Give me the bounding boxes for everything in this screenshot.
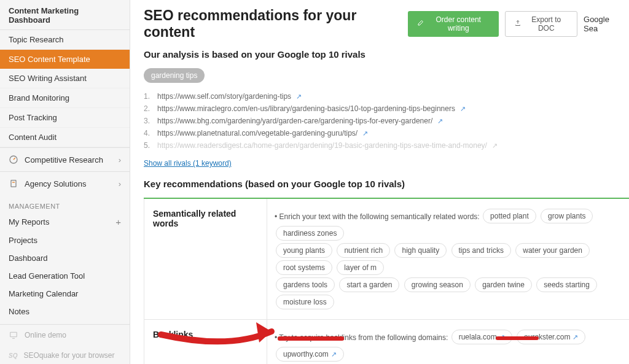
- section-label: Competitive Research: [25, 155, 103, 165]
- external-link-icon: ↗: [331, 350, 337, 358]
- word-pill[interactable]: young plants: [276, 243, 332, 258]
- word-pill[interactable]: tips and tricks: [451, 243, 511, 258]
- word-pill[interactable]: high quality: [394, 243, 447, 258]
- word-pill[interactable]: moisture loss: [276, 295, 334, 309]
- promo-label: Online demo: [25, 331, 66, 339]
- edit-icon: [416, 20, 424, 29]
- plus-icon[interactable]: +: [115, 217, 121, 227]
- button-label: Export to DOC: [525, 15, 569, 33]
- order-content-button[interactable]: Order content writing: [408, 11, 499, 37]
- topbar: SEO recommendations for your content Ord…: [144, 7, 629, 41]
- show-all-rivals-link[interactable]: Show all rivals (1 keyword): [144, 159, 232, 168]
- sq-icon: SQ: [9, 352, 17, 359]
- recommendations-table: Semantically related words Enrich your t…: [144, 198, 629, 364]
- main-content: SEO recommendations for your content Ord…: [130, 0, 629, 364]
- word-pill[interactable]: water your garden: [515, 243, 590, 258]
- nav-label: SEO Writing Assistant: [9, 74, 87, 83]
- mgmt-dashboard[interactable]: Dashboard: [0, 249, 130, 267]
- word-pill[interactable]: seeds starting: [536, 277, 597, 292]
- nav-label: Content Audit: [9, 133, 57, 142]
- domain-pill[interactable]: eurekster.com↗: [517, 330, 585, 344]
- svg-rect-1: [11, 180, 16, 187]
- rival-link[interactable]: https://www.readersdigest.ca/home-garden…: [144, 139, 629, 152]
- word-pill[interactable]: hardiness zones: [276, 226, 344, 241]
- rival-link[interactable]: https://www.planetnatural.com/vegetable-…: [144, 127, 629, 139]
- sidebar-dashboard-title[interactable]: Content Marketing Dashboard: [0, 0, 130, 30]
- mgmt-lead-generation[interactable]: Lead Generation Tool: [0, 267, 130, 285]
- rival-url: https://www.readersdigest.ca/home-garden…: [157, 141, 487, 150]
- mgmt-label: Lead Generation Tool: [9, 271, 85, 281]
- external-link-icon: ↗: [460, 105, 466, 113]
- word-pill[interactable]: gardens tools: [276, 277, 335, 292]
- export-doc-button[interactable]: Export to DOC: [505, 11, 578, 37]
- chevron-right-icon: ›: [119, 179, 121, 188]
- word-pill[interactable]: start a garden: [339, 277, 399, 292]
- word-pill[interactable]: growing season: [404, 277, 471, 292]
- mgmt-label: Dashboard: [9, 254, 48, 263]
- nav-content-audit[interactable]: Content Audit: [0, 128, 130, 147]
- sidebar: Content Marketing Dashboard Topic Resear…: [0, 0, 130, 364]
- nav-label: Post Tracking: [9, 113, 57, 122]
- rivals-list: https://www.self.com/story/gardening-tip…: [144, 90, 629, 152]
- reco-row-semantic: Semantically related words Enrich your t…: [144, 199, 629, 320]
- section-agency-solutions[interactable]: Agency Solutions ›: [0, 171, 130, 195]
- mgmt-notes[interactable]: Notes: [0, 303, 130, 320]
- reco-row-backlinks: Backlinks Try to acquire backlinks from …: [144, 320, 629, 364]
- rival-url: https://www.bhg.com/gardening/yard/garde…: [157, 117, 432, 125]
- nav-label: Topic Research: [9, 35, 64, 44]
- rival-url: https://www.planetnatural.com/vegetable-…: [157, 129, 357, 137]
- mgmt-label: Notes: [9, 307, 29, 316]
- mgmt-marketing-calendar[interactable]: Marketing Calendar: [0, 285, 130, 303]
- svg-rect-3: [10, 332, 17, 336]
- external-link-icon: ↗: [499, 333, 505, 341]
- search-engine-label[interactable]: Google Sea: [584, 15, 629, 33]
- external-link-icon: ↗: [492, 142, 498, 150]
- pill-label: ruelala.com: [459, 333, 497, 341]
- nav-label: Brand Monitoring: [9, 93, 69, 103]
- promo-online-demo[interactable]: Online demo: [0, 325, 130, 346]
- external-link-icon: ↗: [296, 93, 302, 101]
- nav-post-tracking[interactable]: Post Tracking: [0, 108, 130, 128]
- word-pill[interactable]: garden twine: [475, 277, 532, 292]
- keyword-pill[interactable]: gardening tips: [144, 68, 205, 83]
- mgmt-label: Marketing Calendar: [9, 289, 78, 298]
- word-pill[interactable]: nutrient rich: [337, 243, 390, 258]
- section-competitive-research[interactable]: Competitive Research ›: [0, 147, 130, 171]
- reco-content-backlinks: Try to acquire backlinks from the follow…: [267, 320, 629, 364]
- analysis-subtitle: Our analysis is based on your Google top…: [144, 49, 629, 60]
- rival-link[interactable]: https://www.miraclegro.com/en-us/library…: [144, 103, 629, 115]
- rival-url: https://www.miraclegro.com/en-us/library…: [157, 104, 455, 113]
- word-pill[interactable]: grow plants: [541, 209, 593, 223]
- nav-topic-research[interactable]: Topic Research: [0, 30, 130, 50]
- promo-label: SEOquake for your browser: [23, 351, 114, 360]
- word-pill[interactable]: layer of m: [337, 260, 384, 275]
- promo-seoquake[interactable]: SQ SEOquake for your browser: [0, 346, 130, 364]
- export-icon: [514, 20, 522, 29]
- domain-pill[interactable]: upworthy.com↗: [276, 347, 344, 362]
- management-heading: MANAGEMENT: [0, 195, 130, 212]
- page-title: SEO recommendations for your content: [144, 7, 393, 41]
- reco-content-semantic: Enrich your text with the following sema…: [267, 199, 629, 319]
- reco-desc: Try to acquire backlinks from the follow…: [275, 333, 448, 342]
- recommendations-heading: Key recommendations (based on your Googl…: [144, 179, 629, 189]
- rival-link[interactable]: https://www.self.com/story/gardening-tip…: [144, 90, 629, 103]
- mgmt-label: My Reports: [9, 217, 49, 227]
- document-icon: [9, 179, 18, 188]
- nav-seo-writing-assistant[interactable]: SEO Writing Assistant: [0, 69, 130, 88]
- rival-link[interactable]: https://www.bhg.com/gardening/yard/garde…: [144, 115, 629, 127]
- mgmt-projects[interactable]: Projects: [0, 231, 130, 249]
- reco-label-semantic: Semantically related words: [144, 199, 267, 319]
- pill-label: upworthy.com: [283, 350, 329, 358]
- external-link-icon: ↗: [437, 117, 443, 125]
- word-pill[interactable]: root systems: [276, 260, 332, 275]
- chevron-right-icon: ›: [119, 155, 121, 165]
- nav-brand-monitoring[interactable]: Brand Monitoring: [0, 88, 130, 108]
- reco-desc: Enrich your text with the following sema…: [275, 212, 480, 221]
- domain-pill[interactable]: ruelala.com↗: [451, 330, 512, 344]
- gauge-icon: [9, 155, 18, 165]
- nav-seo-content-template[interactable]: SEO Content Template: [0, 50, 130, 69]
- nav-label: SEO Content Template: [9, 55, 90, 64]
- mgmt-my-reports[interactable]: My Reports+: [0, 212, 130, 231]
- word-pill[interactable]: potted plant: [483, 209, 536, 223]
- external-link-icon: ↗: [572, 333, 578, 341]
